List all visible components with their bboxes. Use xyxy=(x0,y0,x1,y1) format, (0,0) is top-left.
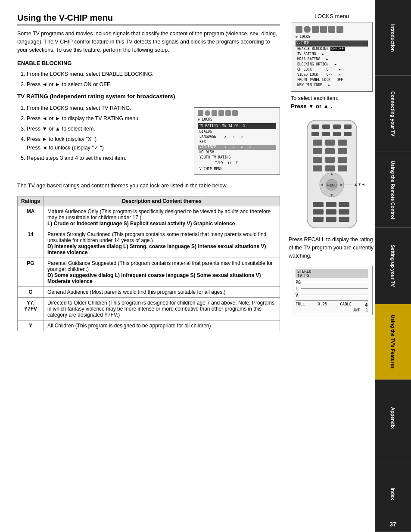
svg-rect-38 xyxy=(339,217,349,222)
svg-text:►: ► xyxy=(339,182,344,187)
tv-rating-menu-box: ⊕ LOCKS TV RATING MA 14 PG G DIALOG LANG… xyxy=(194,107,280,175)
age-ratings-intro: The TV age-based ratings and content the… xyxy=(17,182,280,190)
svg-rect-36 xyxy=(313,217,324,222)
svg-text:▲: ▲ xyxy=(330,171,334,176)
enable-blocking-title: ENABLE BLOCKING xyxy=(17,60,280,66)
svg-rect-5 xyxy=(311,132,319,136)
svg-rect-11 xyxy=(338,140,347,146)
rating-table: Ratings Description and Content themes M… xyxy=(17,196,280,331)
tv-rating-left: From the LOCKS menu, select TV RATING. P… xyxy=(17,104,185,178)
table-row: PGParental Guidance Suggested (This prog… xyxy=(18,258,280,287)
step-item: From the LOCKS menu, select ENABLE BLOCK… xyxy=(27,70,280,78)
svg-rect-3 xyxy=(333,124,341,129)
sidebar-tab-introduction[interactable]: Introduction xyxy=(375,0,411,76)
svg-rect-14 xyxy=(338,148,347,154)
svg-rect-18 xyxy=(313,165,322,171)
svg-rect-2 xyxy=(322,124,330,129)
table-header-ratings: Ratings xyxy=(18,196,44,206)
desc-cell: Parents Strongly Cautioned (This program… xyxy=(44,229,280,258)
svg-text:▲▼◄►: ▲▼◄► xyxy=(354,182,365,187)
svg-text:MENU: MENU xyxy=(327,184,337,187)
table-row: MAMature Audience Only (This program is … xyxy=(18,206,280,229)
desc-cell: All Children (This program is designed t… xyxy=(44,320,280,331)
svg-rect-33 xyxy=(313,209,324,215)
desc-cell: Mature Audience Only (This program is sp… xyxy=(44,206,280,229)
svg-rect-9 xyxy=(313,140,322,146)
svg-rect-1 xyxy=(311,124,319,129)
svg-rect-34 xyxy=(326,209,336,215)
svg-rect-8 xyxy=(344,132,352,136)
rating-cell: Y xyxy=(18,320,44,331)
svg-rect-35 xyxy=(339,209,349,215)
svg-rect-30 xyxy=(313,202,324,207)
step-item: From the LOCKS menu, select TV RATING. xyxy=(27,104,185,112)
step-item: Press ► to lock (display "X" ) Press ◄ t… xyxy=(27,135,185,152)
svg-rect-20 xyxy=(338,165,347,171)
tv-rating-menu-col: ⊕ LOCKS TV RATING MA 14 PG G DIALOG LANG… xyxy=(194,104,280,178)
right-sidebar: Introduction Connecting your TV Using th… xyxy=(375,0,411,532)
table-header-desc: Description and Content themes xyxy=(44,196,280,206)
rating-cell: MA xyxy=(18,206,44,229)
step-item: Press ◄ or ► to display the TV RATING me… xyxy=(27,114,185,123)
svg-text:◄: ◄ xyxy=(320,182,324,187)
step-item: Press ◄ or ► to select ON or OFF. xyxy=(27,80,280,89)
remote-svg: MENU ▲ ▼ ◄ ► ▲▼◄► xyxy=(299,118,365,230)
enable-blocking-steps: From the LOCKS menu, select ENABLE BLOCK… xyxy=(17,70,280,89)
svg-text:▼: ▼ xyxy=(330,193,334,197)
svg-rect-6 xyxy=(322,132,330,136)
sidebar-tab-appendix[interactable]: Appendix xyxy=(375,380,411,456)
step-item: Repeat steps 3 and 4 to set the next ite… xyxy=(27,154,185,162)
locks-menu-box: ⊕ LOCKS V-CHIP ENABLE BLOCKING ON/OFF TV… xyxy=(291,22,373,92)
step-item: Press ▼ or ▲ to select item. xyxy=(27,124,185,133)
svg-rect-17 xyxy=(338,157,347,163)
svg-rect-4 xyxy=(344,124,352,129)
recall-text: Press RECALL to display the rating of th… xyxy=(289,236,375,260)
table-row: GGeneral Audience (Most parents would fi… xyxy=(18,287,280,298)
channel-display-box: STEREOTV-PG PG L V FULL 9.25 CABLE 4 ANT… xyxy=(291,266,373,315)
svg-rect-32 xyxy=(339,202,349,207)
table-row: Y7, Y7FVDirected to Older Children (This… xyxy=(18,298,280,320)
locks-menu-label: LOCKS menu xyxy=(314,13,349,19)
enable-blocking-section: ENABLE BLOCKING From the LOCKS menu, sel… xyxy=(17,60,280,89)
remote-control-image: MENU ▲ ▼ ◄ ► ▲▼◄► xyxy=(299,118,365,231)
tv-rating-section: TV RATING (Independent rating system for… xyxy=(17,93,280,190)
rating-cell: 14 xyxy=(18,229,44,258)
page-number: 37 xyxy=(389,521,396,528)
desc-cell: Directed to Older Children (This program… xyxy=(44,298,280,320)
svg-rect-19 xyxy=(325,165,335,171)
sidebar-tab-connecting[interactable]: Connecting your TV xyxy=(375,76,411,152)
svg-rect-15 xyxy=(313,157,322,163)
svg-rect-16 xyxy=(325,157,335,163)
rating-cell: G xyxy=(18,287,44,298)
arrow-instruction: Press ▼ or ▲ . xyxy=(291,103,373,109)
svg-rect-37 xyxy=(326,217,336,222)
table-row: YAll Children (This program is designed … xyxy=(18,320,280,331)
select-item-text: To select each item: xyxy=(291,95,373,101)
svg-rect-12 xyxy=(313,148,322,154)
sidebar-tab-setting-up[interactable]: Setting up your TV xyxy=(375,228,411,304)
rating-cell: PG xyxy=(18,258,44,287)
svg-rect-10 xyxy=(325,140,335,146)
table-row: 14Parents Strongly Cautioned (This progr… xyxy=(18,229,280,258)
sidebar-tab-features[interactable]: Using the TV's Features xyxy=(375,304,411,380)
desc-cell: General Audience (Most parents would fin… xyxy=(44,287,280,298)
page-title: Using the V-CHIP menu xyxy=(17,13,280,25)
tv-rating-steps: From the LOCKS menu, select TV RATING. P… xyxy=(17,104,185,162)
rating-cell: Y7, Y7FV xyxy=(18,298,44,320)
intro-text: Some TV programs and movies include sign… xyxy=(17,30,280,54)
tv-rating-title: TV RATING (Independent rating system for… xyxy=(17,93,280,100)
desc-cell: Parental Guidance Suggested (This progra… xyxy=(44,258,280,287)
svg-rect-31 xyxy=(326,202,336,207)
svg-rect-13 xyxy=(325,148,335,154)
sidebar-tab-remote-control[interactable]: Using the Remote Control xyxy=(375,152,411,228)
svg-rect-7 xyxy=(333,132,341,136)
